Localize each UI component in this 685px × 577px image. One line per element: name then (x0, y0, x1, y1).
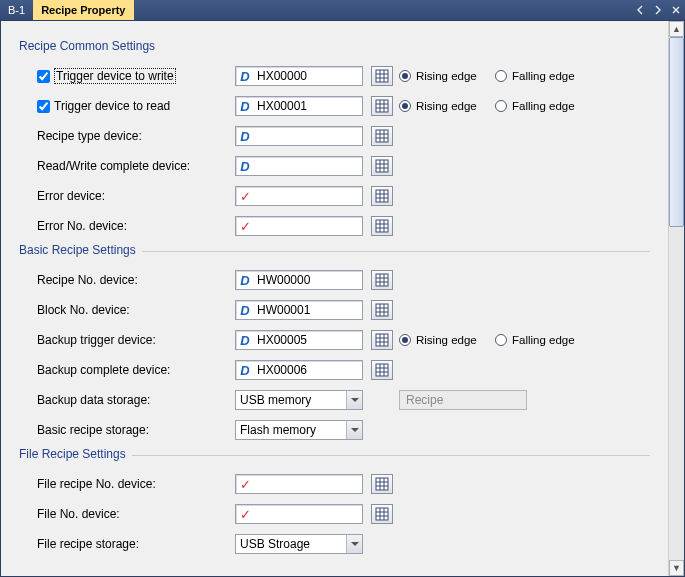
file-no-device-input[interactable]: ✓ (235, 504, 363, 524)
row-basic-storage: Basic recipe storage: Flash memory (19, 415, 650, 445)
svg-rect-1 (376, 100, 388, 112)
trigger-write-falling-radio[interactable]: Falling edge (495, 70, 585, 82)
dropdown-icon[interactable] (346, 535, 362, 553)
device-d-icon: D (237, 98, 253, 114)
prev-tab-button[interactable] (631, 0, 649, 20)
row-backup-storage: Backup data storage: USB memory Recipe (19, 385, 650, 415)
error-no-device-input[interactable]: ✓ (235, 216, 363, 236)
backup-trigger-rising-radio[interactable]: Rising edge (399, 334, 489, 346)
backup-trigger-browse-button[interactable] (371, 330, 393, 350)
row-file-recipe-storage: File recipe storage: USB Stroage (19, 529, 650, 559)
device-d-icon: D (237, 128, 253, 144)
row-file-recipe-no-device: File recipe No. device: ✓ (19, 469, 650, 499)
trigger-write-label: Trigger device to write (54, 68, 176, 84)
svg-rect-7 (376, 304, 388, 316)
row-backup-complete: Backup complete device: D HX00006 (19, 355, 650, 385)
device-d-icon: D (237, 272, 253, 288)
error-no-device-label: Error No. device: (37, 219, 127, 233)
row-trigger-write: Trigger device to write D HX00000 Rising… (19, 61, 650, 91)
row-error-device: Error device: ✓ (19, 181, 650, 211)
scroll-track[interactable] (669, 37, 684, 560)
dropdown-icon[interactable] (346, 421, 362, 439)
svg-rect-0 (376, 70, 388, 82)
section-file-title: File Recipe Settings (19, 447, 650, 461)
row-file-no-device: File No. device: ✓ (19, 499, 650, 529)
trigger-read-device-input[interactable]: D HX00001 (235, 96, 363, 116)
basic-storage-label: Basic recipe storage: (37, 423, 149, 437)
error-no-device-browse-button[interactable] (371, 216, 393, 236)
svg-rect-3 (376, 160, 388, 172)
device-d-icon: D (237, 158, 253, 174)
svg-rect-9 (376, 364, 388, 376)
vertical-scrollbar[interactable]: ▲ ▼ (668, 21, 684, 576)
scroll-thumb[interactable] (669, 37, 684, 227)
block-no-device-browse-button[interactable] (371, 300, 393, 320)
file-no-device-browse-button[interactable] (371, 504, 393, 524)
file-recipe-no-device-browse-button[interactable] (371, 474, 393, 494)
rw-complete-label: Read/Write complete device: (37, 159, 190, 173)
backup-storage-path-box: Recipe (399, 390, 527, 410)
block-no-device-input[interactable]: D HW00001 (235, 300, 363, 320)
row-error-no-device: Error No. device: ✓ (19, 211, 650, 241)
file-recipe-no-device-input[interactable]: ✓ (235, 474, 363, 494)
tab-recipe-property[interactable]: Recipe Property (33, 0, 134, 20)
file-recipe-storage-combo[interactable]: USB Stroage (235, 534, 363, 554)
trigger-write-device-input[interactable]: D HX00000 (235, 66, 363, 86)
backup-trigger-label: Backup trigger device: (37, 333, 156, 347)
trigger-read-falling-radio[interactable]: Falling edge (495, 100, 585, 112)
rw-complete-device-input[interactable]: D (235, 156, 363, 176)
svg-rect-8 (376, 334, 388, 346)
tab-b1[interactable]: B-1 (0, 0, 33, 20)
trigger-write-browse-button[interactable] (371, 66, 393, 86)
backup-trigger-device-input[interactable]: D HX00005 (235, 330, 363, 350)
check-icon: ✓ (237, 218, 253, 234)
file-no-device-label: File No. device: (37, 507, 120, 521)
recipe-type-device-input[interactable]: D (235, 126, 363, 146)
rw-complete-browse-button[interactable] (371, 156, 393, 176)
scroll-down-button[interactable]: ▼ (669, 560, 684, 576)
svg-rect-6 (376, 274, 388, 286)
row-block-no-device: Block No. device: D HW00001 (19, 295, 650, 325)
backup-complete-browse-button[interactable] (371, 360, 393, 380)
trigger-write-checkbox[interactable] (37, 70, 50, 83)
trigger-read-rising-radio[interactable]: Rising edge (399, 100, 489, 112)
trigger-read-browse-button[interactable] (371, 96, 393, 116)
row-trigger-read: Trigger device to read D HX00001 Rising … (19, 91, 650, 121)
backup-complete-device-input[interactable]: D HX00006 (235, 360, 363, 380)
recipe-no-device-label: Recipe No. device: (37, 273, 138, 287)
device-d-icon: D (237, 362, 253, 378)
block-no-device-label: Block No. device: (37, 303, 130, 317)
recipe-type-browse-button[interactable] (371, 126, 393, 146)
trigger-write-rising-radio[interactable]: Rising edge (399, 70, 489, 82)
row-rw-complete: Read/Write complete device: D (19, 151, 650, 181)
content-panel: Recipe Common Settings Trigger device to… (1, 21, 668, 576)
scroll-up-button[interactable]: ▲ (669, 21, 684, 37)
backup-trigger-falling-radio[interactable]: Falling edge (495, 334, 585, 346)
recipe-no-device-input[interactable]: D HW00000 (235, 270, 363, 290)
backup-storage-label: Backup data storage: (37, 393, 150, 407)
basic-storage-combo[interactable]: Flash memory (235, 420, 363, 440)
device-d-icon: D (237, 68, 253, 84)
row-backup-trigger: Backup trigger device: D HX00005 Rising … (19, 325, 650, 355)
check-icon: ✓ (237, 188, 253, 204)
backup-complete-label: Backup complete device: (37, 363, 170, 377)
device-d-icon: D (237, 302, 253, 318)
trigger-read-label: Trigger device to read (54, 99, 170, 113)
error-device-input[interactable]: ✓ (235, 186, 363, 206)
dropdown-icon[interactable] (346, 391, 362, 409)
close-button[interactable] (667, 0, 685, 20)
error-device-label: Error device: (37, 189, 105, 203)
titlebar: B-1 Recipe Property (0, 0, 685, 20)
section-basic-title: Basic Recipe Settings (19, 243, 650, 257)
svg-rect-2 (376, 130, 388, 142)
file-recipe-no-device-label: File recipe No. device: (37, 477, 156, 491)
recipe-type-label: Recipe type device: (37, 129, 142, 143)
backup-storage-combo[interactable]: USB memory (235, 390, 363, 410)
recipe-no-device-browse-button[interactable] (371, 270, 393, 290)
row-recipe-type: Recipe type device: D (19, 121, 650, 151)
trigger-read-checkbox[interactable] (37, 100, 50, 113)
svg-rect-11 (376, 508, 388, 520)
next-tab-button[interactable] (649, 0, 667, 20)
error-device-browse-button[interactable] (371, 186, 393, 206)
file-recipe-storage-label: File recipe storage: (37, 537, 139, 551)
